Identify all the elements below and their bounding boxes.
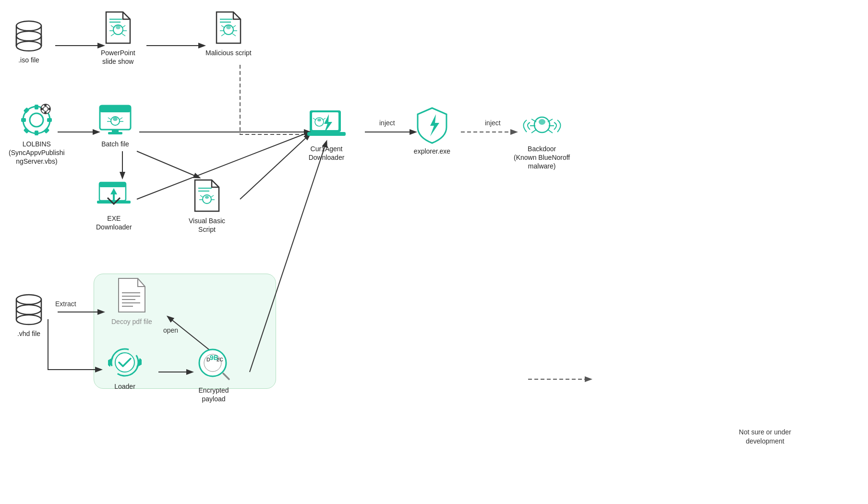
malicious-script-icon xyxy=(214,10,243,46)
svg-rect-47 xyxy=(24,128,30,134)
svg-point-91 xyxy=(16,295,41,304)
loader-label: Loader xyxy=(114,382,135,391)
svg-point-12 xyxy=(16,21,41,31)
inject-label-1: inject xyxy=(379,119,395,127)
vhd-file-label: .vhd file xyxy=(17,329,40,338)
batch-file-node: Batch file xyxy=(98,103,132,148)
lolbins-label: LOLBINS(SyncAppvPublishingServer.vbs) xyxy=(9,140,65,166)
explorer-node: explorer.exe xyxy=(413,106,451,156)
svg-point-69 xyxy=(205,196,209,199)
svg-text:2C: 2C xyxy=(217,357,223,362)
lolbins-icon xyxy=(20,103,53,137)
encrypted-payload-label: Encryptedpayload xyxy=(198,386,229,403)
decoy-pdf-icon xyxy=(116,276,147,314)
arrows-layer xyxy=(0,0,868,504)
exe-downloader-icon xyxy=(97,178,131,211)
svg-rect-77 xyxy=(312,112,338,130)
inject-label-2: inject xyxy=(485,119,501,127)
svg-rect-64 xyxy=(108,132,122,134)
svg-rect-51 xyxy=(44,104,47,106)
open-label: open xyxy=(163,326,178,334)
malicious-script-label: Malicious script xyxy=(205,48,252,57)
iso-file-label: .iso file xyxy=(18,56,39,64)
loader-node: Loader xyxy=(108,346,142,391)
lolbins-node: LOLBINS(SyncAppvPublishingServer.vbs) xyxy=(9,103,65,166)
svg-rect-53 xyxy=(41,108,43,110)
svg-point-80 xyxy=(317,119,321,121)
svg-point-14 xyxy=(16,41,41,51)
svg-rect-45 xyxy=(24,108,30,114)
vbs-icon xyxy=(193,178,221,214)
cur1agent-node: Cur1AgentDownloader xyxy=(307,106,346,162)
svg-rect-41 xyxy=(35,105,38,109)
legend-label: Not sure or underdevelopment xyxy=(739,428,791,446)
vbs-node: Visual BasicScript xyxy=(189,178,225,234)
svg-line-90 xyxy=(548,130,553,133)
svg-rect-52 xyxy=(44,112,47,114)
svg-rect-44 xyxy=(47,118,52,122)
ppt-label: PowerPointslide show xyxy=(101,48,135,66)
svg-rect-48 xyxy=(44,128,50,134)
svg-rect-78 xyxy=(307,132,346,136)
iso-file-node: .iso file xyxy=(14,19,43,64)
backdoor-node: Backdoor(Known BlueNoroffmalware) xyxy=(514,103,570,171)
cur1agent-label: Cur1AgentDownloader xyxy=(309,144,345,162)
ppt-node: PowerPointslide show xyxy=(101,10,135,66)
cur1agent-icon xyxy=(307,106,346,142)
svg-point-84 xyxy=(539,119,545,125)
decoy-pdf-label: Decoy pdf file xyxy=(111,317,152,326)
database-icon xyxy=(14,19,43,53)
vhd-file-node: .vhd file xyxy=(14,293,43,338)
vbs-label: Visual BasicScript xyxy=(189,216,225,234)
svg-rect-42 xyxy=(35,131,38,135)
svg-point-58 xyxy=(113,117,118,121)
legend: Not sure or underdevelopment xyxy=(739,428,791,446)
diagram: .iso file PowerPointslide show xyxy=(0,0,868,504)
svg-rect-43 xyxy=(21,118,26,122)
svg-point-93 xyxy=(16,315,41,324)
decoy-pdf-node: Decoy pdf file xyxy=(111,276,152,326)
svg-line-5 xyxy=(137,151,199,178)
ppt-doc-icon xyxy=(104,10,133,46)
exe-downloader-label: EXEDownloader xyxy=(96,214,132,231)
backdoor-icon xyxy=(523,103,561,142)
svg-rect-66 xyxy=(99,182,126,187)
batch-file-icon xyxy=(98,103,132,137)
svg-point-40 xyxy=(30,113,43,127)
explorer-label: explorer.exe xyxy=(414,147,450,156)
extract-label: Extract xyxy=(55,300,76,308)
svg-point-36 xyxy=(226,25,231,29)
svg-point-102 xyxy=(115,353,134,372)
batch-file-label: Batch file xyxy=(101,140,129,148)
exe-downloader-node: EXEDownloader xyxy=(96,178,132,231)
encrypted-payload-icon: D 9B 2C xyxy=(194,345,233,383)
svg-rect-54 xyxy=(48,108,50,110)
vhd-db-icon xyxy=(14,293,43,326)
svg-point-92 xyxy=(16,305,41,314)
svg-rect-56 xyxy=(100,106,131,112)
malicious-script-node: Malicious script xyxy=(205,10,252,57)
svg-line-108 xyxy=(223,373,229,379)
backdoor-label: Backdoor(Known BlueNoroffmalware) xyxy=(514,144,570,171)
svg-line-89 xyxy=(531,130,536,133)
explorer-icon xyxy=(413,106,451,144)
loader-icon xyxy=(108,346,142,379)
svg-point-13 xyxy=(16,31,41,41)
svg-point-26 xyxy=(116,25,121,29)
encrypted-payload-node: D 9B 2C Encryptedpayload xyxy=(194,345,233,403)
